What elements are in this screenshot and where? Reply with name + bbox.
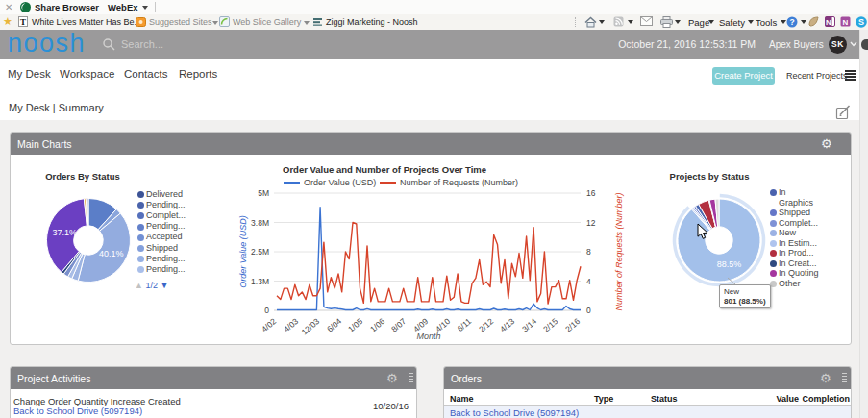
screen: ✕ Share Browser WebEx ★ TWhite Lives Mat… [0, 0, 868, 418]
breadcrumb[interactable]: My Desk | Summary [9, 102, 104, 113]
orders-col-type[interactable]: Type [594, 394, 613, 404]
command-label: Tools [756, 18, 777, 28]
mail-icon [640, 16, 653, 26]
orders-col-completion[interactable]: Completion [803, 394, 851, 404]
help-icon: ? [786, 16, 798, 28]
webex-share-bar: ✕ Share Browser WebEx [0, 0, 868, 14]
project-activities-header: Project Activities ⚙ [11, 367, 416, 389]
gear-icon[interactable]: ⚙ [821, 137, 832, 151]
panel-title: Main Charts [17, 138, 72, 150]
mouse-cursor-icon [697, 223, 709, 240]
nav-item-contacts[interactable]: Contacts [124, 68, 167, 80]
share-browser-label[interactable]: Share Browser [35, 2, 99, 12]
favorite-label: Suggested Sites [149, 18, 212, 27]
print-icon [660, 16, 673, 28]
svg-text:T: T [20, 17, 26, 27]
breadcrumb-row [0, 92, 868, 120]
webex-menu-caret-icon[interactable] [142, 6, 148, 10]
recent-projects-link[interactable]: Recent Projects [786, 71, 848, 81]
divider [575, 17, 577, 27]
order-name-link[interactable]: Back to School Drive (5097194) [450, 407, 579, 418]
main-charts-panel-header: Main Charts ⚙ [11, 133, 851, 155]
svg-text:N: N [843, 18, 849, 27]
orders-header: Orders ⚙ [444, 367, 851, 389]
header-datetime: October 21, 2016 12:53:11 PM [618, 38, 756, 50]
svg-text:S: S [858, 17, 864, 27]
search-icon[interactable] [103, 38, 115, 51]
chevron-down-icon [708, 20, 714, 24]
nav-item-reports[interactable]: Reports [179, 68, 217, 80]
chevron-down-icon [781, 20, 786, 24]
divider [155, 2, 156, 12]
nav-item-my-desk[interactable]: My Desk [8, 68, 51, 80]
chevron-down-icon [212, 21, 218, 25]
create-project-button[interactable]: Create Project [712, 67, 775, 85]
chevron-down-icon [304, 21, 310, 25]
chevron-down-icon [599, 20, 605, 24]
drag-grip-icon[interactable] [409, 373, 413, 384]
activity-project-link[interactable]: Back to School Drive (5097194) [13, 406, 142, 416]
gear-icon[interactable]: ⚙ [820, 372, 831, 385]
avatar[interactable]: SK [829, 36, 847, 54]
orders-col-status[interactable]: Status [651, 394, 678, 404]
svg-text:N: N [826, 18, 831, 27]
tooltip-value: 801 (88.5%) [724, 297, 766, 306]
favorite-label: Ziggi Marketing - Noosh [326, 18, 418, 27]
web-slice-icon [219, 16, 230, 27]
orders-col-name[interactable]: Name [450, 394, 474, 404]
webex-logo-icon [20, 2, 31, 12]
orders-panel: Orders ⚙ NameTypeStatusValueCompletion B… [443, 366, 852, 418]
favorite-label: Web Slice Gallery [233, 18, 301, 27]
main-charts-panel: Main Charts ⚙ [10, 132, 852, 345]
nav-item-workspace[interactable]: Workspace [60, 68, 114, 80]
header-account[interactable]: Apex Buyers [769, 39, 824, 50]
browser-scrollbar[interactable] [859, 30, 868, 418]
home-icon [584, 16, 597, 28]
webex-menu[interactable]: WebEx [108, 2, 138, 12]
favorite-label: White Lives Matter Has Be... [32, 18, 141, 27]
search-input[interactable]: Search... [121, 38, 163, 50]
orders-col-value[interactable]: Value [776, 394, 799, 404]
command-label: Safety [719, 18, 745, 28]
close-icon[interactable]: ✕ [5, 2, 12, 12]
command-label: Page [688, 18, 709, 28]
favorites-bar: ★ TWhite Lives Matter Has Be...Suggested… [0, 14, 868, 31]
tooltip-label: New [724, 287, 739, 296]
panel-title: Orders [451, 373, 482, 384]
project-activities-panel: Project Activities ⚙ Change Order Quanti… [10, 366, 417, 418]
activity-row: Change Order Quantity Increase CreatedBa… [11, 392, 416, 418]
notes-app-icon [808, 16, 819, 27]
onenote-icon: N [825, 16, 835, 27]
pie-tooltip: New 801 (88.5%) [719, 284, 771, 308]
skype-icon: S [856, 16, 867, 28]
send-to-onenote-icon: N [840, 16, 851, 27]
noosh-logo[interactable]: noosh [8, 31, 86, 57]
gear-icon[interactable]: ⚙ [386, 372, 398, 385]
scrollbar-notch [861, 39, 868, 50]
drag-grip-icon[interactable] [842, 373, 847, 384]
svg-text:?: ? [789, 17, 794, 27]
page-favicon: T [18, 16, 28, 27]
favorites-star-icon[interactable]: ★ [3, 15, 12, 28]
chevron-down-icon [675, 20, 681, 24]
feeds-icon [613, 16, 624, 27]
chevron-down-icon [628, 20, 633, 24]
edit-page-icon[interactable] [835, 104, 853, 120]
panel-title: Project Activities [17, 373, 90, 384]
activity-date: 10/20/16 [373, 401, 409, 411]
avatar-chevron-down-icon[interactable] [850, 41, 857, 47]
recent-projects-list-icon[interactable] [845, 70, 856, 81]
noosh-favicon [312, 16, 323, 27]
order-row[interactable]: Back to School Drive (5097194) [444, 406, 851, 418]
chevron-down-icon [801, 20, 806, 24]
chevron-down-icon [748, 20, 754, 24]
suggested-sites-icon [136, 16, 146, 27]
